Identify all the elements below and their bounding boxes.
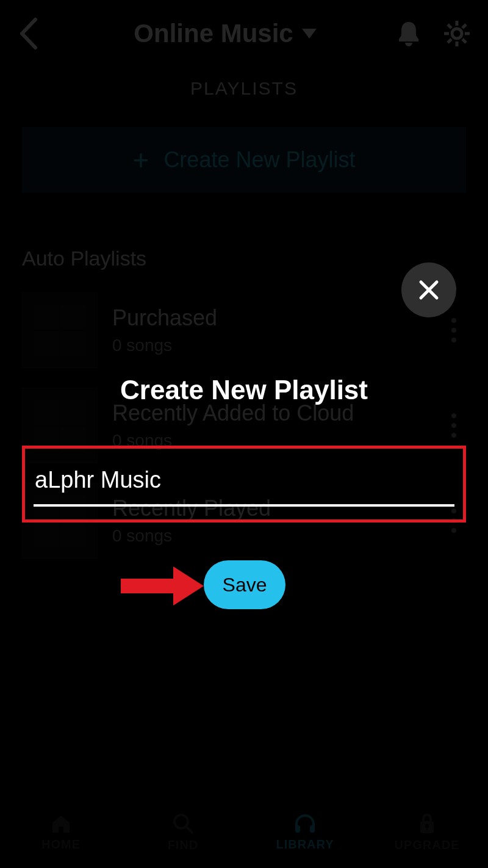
save-button-label: Save [223, 574, 267, 596]
playlist-name-input[interactable] [34, 460, 454, 507]
modal-overlay [0, 0, 488, 868]
input-highlight-annotation [22, 446, 466, 523]
modal-title: Create New Playlist [0, 375, 488, 405]
close-icon [417, 278, 440, 302]
arrow-annotation [121, 569, 205, 603]
save-button[interactable]: Save [204, 560, 285, 609]
close-button[interactable] [401, 262, 456, 317]
